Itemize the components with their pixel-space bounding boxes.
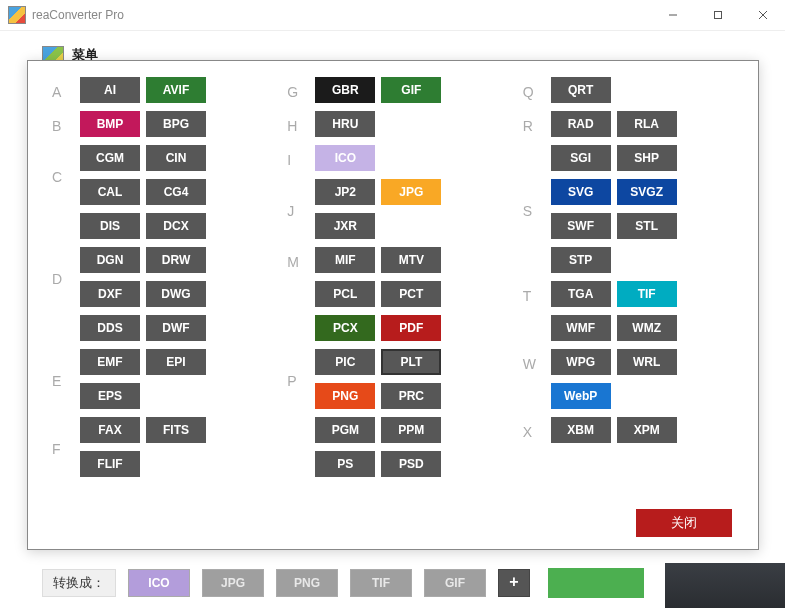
format-epi[interactable]: EPI xyxy=(146,349,206,375)
format-dgn[interactable]: DGN xyxy=(80,247,140,273)
format-dis[interactable]: DIS xyxy=(80,213,140,239)
format-xpm[interactable]: XPM xyxy=(617,417,677,443)
format-emf[interactable]: EMF xyxy=(80,349,140,375)
app-icon xyxy=(8,6,26,24)
format-bmp[interactable]: BMP xyxy=(80,111,140,137)
format-stp[interactable]: STP xyxy=(551,247,611,273)
format-rad[interactable]: RAD xyxy=(551,111,611,137)
format-hru[interactable]: HRU xyxy=(315,111,375,137)
format-plt[interactable]: PLT xyxy=(381,349,441,375)
format-ps[interactable]: PS xyxy=(315,451,375,477)
format-pcx[interactable]: PCX xyxy=(315,315,375,341)
format-pcl[interactable]: PCL xyxy=(315,281,375,307)
format-dxf[interactable]: DXF xyxy=(80,281,140,307)
format-column: QQRTRRADRLASSGISHPSVGSVGZSWFSTLSTPTTGATI… xyxy=(523,73,734,481)
format-cg4[interactable]: CG4 xyxy=(146,179,206,205)
format-cal[interactable]: CAL xyxy=(80,179,140,205)
format-drw[interactable]: DRW xyxy=(146,247,206,273)
format-dds[interactable]: DDS xyxy=(80,315,140,341)
format-jpg[interactable]: JPG xyxy=(381,179,441,205)
letter-group: JJP2JPGJXR xyxy=(287,175,498,243)
format-fits[interactable]: FITS xyxy=(146,417,206,443)
format-buttons: JP2JPGJXR xyxy=(315,175,455,243)
format-jxr[interactable]: JXR xyxy=(315,213,375,239)
letter-group: IICO xyxy=(287,141,498,175)
bottom-format-jpg[interactable]: JPG xyxy=(202,569,264,597)
minimize-button[interactable] xyxy=(650,0,695,30)
format-wrl[interactable]: WRL xyxy=(617,349,677,375)
letter-group: SSGISHPSVGSVGZSWFSTLSTP xyxy=(523,141,734,277)
format-flif[interactable]: FLIF xyxy=(80,451,140,477)
format-rla[interactable]: RLA xyxy=(617,111,677,137)
format-fax[interactable]: FAX xyxy=(80,417,140,443)
format-wpg[interactable]: WPG xyxy=(551,349,611,375)
format-buttons: MIFMTV xyxy=(315,243,455,277)
format-svgz[interactable]: SVGZ xyxy=(617,179,677,205)
format-svg[interactable]: SVG xyxy=(551,179,611,205)
format-swf[interactable]: SWF xyxy=(551,213,611,239)
format-wmf[interactable]: WMF xyxy=(551,315,611,341)
add-format-button[interactable]: + xyxy=(498,569,530,597)
format-eps[interactable]: EPS xyxy=(80,383,140,409)
format-stl[interactable]: STL xyxy=(617,213,677,239)
letter-label: M xyxy=(287,250,315,270)
letter-label: D xyxy=(52,267,80,287)
format-jp2[interactable]: JP2 xyxy=(315,179,375,205)
close-button[interactable]: 关闭 xyxy=(636,509,732,537)
format-buttons: PCLPCTPCXPDFPICPLTPNGPRCPGMPPMPSPSD xyxy=(315,277,455,481)
format-avif[interactable]: AVIF xyxy=(146,77,206,103)
format-dwf[interactable]: DWF xyxy=(146,315,206,341)
preview-panel xyxy=(665,563,785,608)
format-tga[interactable]: TGA xyxy=(551,281,611,307)
format-gbr[interactable]: GBR xyxy=(315,77,375,103)
format-png[interactable]: PNG xyxy=(315,383,375,409)
format-dwg[interactable]: DWG xyxy=(146,281,206,307)
format-column: GGBRGIFHHRUIICOJJP2JPGJXRMMIFMTVPPCLPCTP… xyxy=(287,73,498,481)
format-pic[interactable]: PIC xyxy=(315,349,375,375)
format-pgm[interactable]: PGM xyxy=(315,417,375,443)
format-dcx[interactable]: DCX xyxy=(146,213,206,239)
format-shp[interactable]: SHP xyxy=(617,145,677,171)
bottom-format-gif[interactable]: GIF xyxy=(424,569,486,597)
format-ppm[interactable]: PPM xyxy=(381,417,441,443)
format-buttons: AIAVIF xyxy=(80,73,220,107)
letter-group: EEMFEPIEPS xyxy=(52,345,263,413)
format-wmz[interactable]: WMZ xyxy=(617,315,677,341)
format-tif[interactable]: TIF xyxy=(617,281,677,307)
letter-group: MMIFMTV xyxy=(287,243,498,277)
letter-label: R xyxy=(523,114,551,134)
letter-label: F xyxy=(52,437,80,457)
format-bpg[interactable]: BPG xyxy=(146,111,206,137)
window-title: reaConverter Pro xyxy=(32,8,124,22)
format-qrt[interactable]: QRT xyxy=(551,77,611,103)
letter-group: XXBMXPM xyxy=(523,413,734,447)
format-cin[interactable]: CIN xyxy=(146,145,206,171)
format-webp[interactable]: WebP xyxy=(551,383,611,409)
format-ico[interactable]: ICO xyxy=(315,145,375,171)
bottom-format-tif[interactable]: TIF xyxy=(350,569,412,597)
format-ai[interactable]: AI xyxy=(80,77,140,103)
letter-label: S xyxy=(523,199,551,219)
format-buttons: CGMCINCALCG4 xyxy=(80,141,220,209)
format-mif[interactable]: MIF xyxy=(315,247,375,273)
format-cgm[interactable]: CGM xyxy=(80,145,140,171)
format-xbm[interactable]: XBM xyxy=(551,417,611,443)
letter-group: CCGMCINCALCG4 xyxy=(52,141,263,209)
bottom-format-ico[interactable]: ICO xyxy=(128,569,190,597)
format-gif[interactable]: GIF xyxy=(381,77,441,103)
format-buttons: EMFEPIEPS xyxy=(80,345,220,413)
format-buttons: WMFWMZWPGWRLWebP xyxy=(551,311,691,413)
close-window-button[interactable] xyxy=(740,0,785,30)
format-sgi[interactable]: SGI xyxy=(551,145,611,171)
format-psd[interactable]: PSD xyxy=(381,451,441,477)
format-pdf[interactable]: PDF xyxy=(381,315,441,341)
format-mtv[interactable]: MTV xyxy=(381,247,441,273)
bottom-format-png[interactable]: PNG xyxy=(276,569,338,597)
letter-label: W xyxy=(523,352,551,372)
format-pct[interactable]: PCT xyxy=(381,281,441,307)
maximize-button[interactable] xyxy=(695,0,740,30)
format-prc[interactable]: PRC xyxy=(381,383,441,409)
start-button[interactable] xyxy=(548,568,644,598)
letter-group: AAIAVIF xyxy=(52,73,263,107)
window-buttons xyxy=(650,0,785,30)
